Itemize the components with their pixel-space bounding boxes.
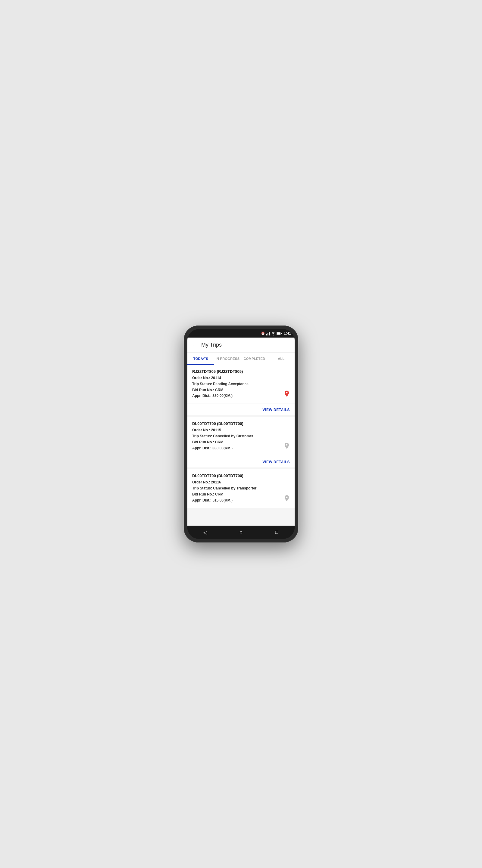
alarm-icon: ⏰ (261, 332, 265, 336)
svg-marker-0 (266, 334, 267, 336)
wifi-icon (271, 331, 275, 335)
signal-icon (266, 331, 270, 335)
nav-back-button[interactable]: ◁ (199, 526, 211, 538)
bottom-nav: ◁ ○ □ (187, 526, 295, 539)
view-details-btn-1[interactable]: VIEW DETAILS (263, 408, 290, 412)
phone-frame: ⏰ (184, 326, 298, 542)
phone-screen: ⏰ (187, 329, 295, 539)
svg-rect-5 (281, 333, 282, 334)
trip-footer-2: VIEW DETAILS (187, 456, 295, 467)
app-bar: ← My Trips (187, 338, 295, 352)
nav-home-button[interactable]: ○ (235, 526, 247, 538)
time-display: 1:41 (284, 331, 291, 336)
nav-recent-button[interactable]: □ (271, 526, 283, 538)
back-button[interactable]: ← (192, 342, 198, 348)
svg-marker-2 (269, 332, 269, 336)
location-icon-2 (284, 443, 290, 452)
location-icon-1 (284, 391, 290, 399)
trip-status-2: Trip Status: Cancelled by Customer (192, 434, 290, 439)
svg-rect-4 (277, 333, 281, 335)
trip-id-3: DL00TDT700 (DL00TDT700) (192, 473, 290, 478)
trip-order-2: Order No.: 20115 (192, 428, 290, 433)
trip-dist-3: Appr. Dist.: 515.00(KM.) (192, 498, 290, 503)
trip-list: RJ22TDT805 (RJ22TDT805) Order No.: 20114… (187, 365, 295, 526)
trip-card-1: RJ22TDT805 (RJ22TDT805) Order No.: 20114… (187, 365, 295, 415)
trip-status-3: Trip Status: Cancelled by Transporter (192, 486, 290, 491)
tab-all[interactable]: ALL (268, 352, 295, 365)
battery-icon (277, 332, 282, 336)
page-title: My Trips (201, 342, 222, 348)
trip-dist-1: Appr. Dist.: 330.00(KM.) (192, 393, 290, 398)
trip-dist-2: Appr. Dist.: 330.00(KM.) (192, 446, 290, 451)
trip-bid-3: Bid Run No.: CRM (192, 492, 290, 497)
camera-button (239, 332, 243, 336)
svg-marker-1 (267, 333, 268, 336)
tab-inprogress[interactable]: IN PROGRESS (214, 352, 241, 365)
view-details-btn-2[interactable]: VIEW DETAILS (263, 460, 290, 464)
location-icon-3 (284, 495, 290, 504)
tab-todays[interactable]: TODAY'S (187, 352, 214, 365)
trip-id-2: DL00TDT700 (DL00TDT700) (192, 421, 290, 426)
trip-body-1: RJ22TDT805 (RJ22TDT805) Order No.: 20114… (187, 365, 295, 404)
trip-order-1: Order No.: 20114 (192, 375, 290, 381)
trip-bid-2: Bid Run No.: CRM (192, 440, 290, 445)
trip-body-2: DL00TDT700 (DL00TDT700) Order No.: 20115… (187, 417, 295, 456)
trip-body-3: DL00TDT700 (DL00TDT700) Order No.: 20116… (187, 469, 295, 508)
screen-content: ← My Trips TODAY'S IN PROGRESS COMPLETED… (187, 338, 295, 526)
trip-order-3: Order No.: 20116 (192, 480, 290, 485)
trip-card-3: DL00TDT700 (DL00TDT700) Order No.: 20116… (187, 469, 295, 508)
tab-bar: TODAY'S IN PROGRESS COMPLETED ALL (187, 352, 295, 365)
trip-bid-1: Bid Run No.: CRM (192, 388, 290, 393)
trip-status-1: Trip Status: Pending Acceptance (192, 381, 290, 387)
trip-card-2: DL00TDT700 (DL00TDT700) Order No.: 20115… (187, 417, 295, 467)
tab-completed[interactable]: COMPLETED (241, 352, 268, 365)
trip-id-1: RJ22TDT805 (RJ22TDT805) (192, 369, 290, 374)
trip-footer-1: VIEW DETAILS (187, 404, 295, 415)
